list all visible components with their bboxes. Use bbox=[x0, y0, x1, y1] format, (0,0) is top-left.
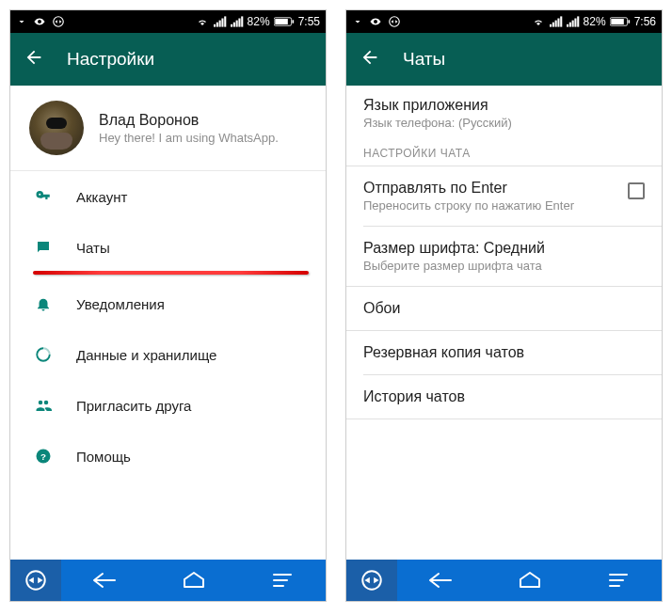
svg-rect-24 bbox=[557, 19, 559, 27]
svg-point-16 bbox=[44, 401, 49, 405]
row-title: Размер шрифта: Средний bbox=[363, 240, 645, 257]
svg-rect-3 bbox=[218, 21, 220, 27]
row-title: История чатов bbox=[363, 388, 645, 405]
signal-icon bbox=[214, 16, 227, 27]
menu-label: Чаты bbox=[76, 240, 110, 256]
battery-percent: 82% bbox=[584, 15, 606, 28]
avatar[interactable] bbox=[29, 101, 84, 155]
svg-rect-25 bbox=[560, 16, 562, 26]
row-title: Отправлять по Enter bbox=[363, 180, 618, 197]
chat-icon bbox=[33, 239, 54, 256]
svg-rect-10 bbox=[241, 16, 243, 26]
svg-rect-33 bbox=[628, 20, 630, 23]
nav-teamviewer-icon[interactable] bbox=[346, 560, 397, 601]
svg-rect-13 bbox=[292, 20, 294, 23]
key-icon bbox=[33, 188, 54, 205]
svg-rect-27 bbox=[568, 23, 570, 27]
nav-back-icon[interactable] bbox=[397, 571, 486, 590]
svg-point-14 bbox=[39, 194, 40, 196]
svg-rect-9 bbox=[238, 19, 240, 27]
svg-rect-30 bbox=[577, 16, 579, 26]
svg-point-20 bbox=[390, 17, 400, 27]
svg-rect-21 bbox=[550, 24, 552, 27]
row-backup[interactable]: Резервная копия чатов bbox=[346, 331, 662, 374]
eye-icon bbox=[369, 16, 382, 27]
svg-text:?: ? bbox=[40, 451, 46, 462]
menu-item-account[interactable]: Аккаунт bbox=[10, 171, 326, 222]
svg-rect-28 bbox=[571, 21, 573, 27]
menu-item-invite[interactable]: Пригласить друга bbox=[10, 380, 326, 431]
profile-status: Hey there! I am using WhatsApp. bbox=[99, 131, 279, 145]
menu-item-chats[interactable]: Чаты bbox=[10, 222, 326, 273]
eye-icon bbox=[33, 16, 46, 27]
row-language[interactable]: Язык приложения Язык телефона: (Русский) bbox=[346, 86, 662, 130]
chevron-down-icon bbox=[352, 16, 363, 27]
svg-point-0 bbox=[54, 17, 64, 27]
teamviewer-icon bbox=[388, 15, 401, 28]
wifi-icon bbox=[195, 16, 210, 27]
clock-text: 7:56 bbox=[634, 15, 656, 28]
menu-item-data[interactable]: Данные и хранилище bbox=[10, 329, 326, 380]
svg-rect-22 bbox=[552, 23, 553, 27]
svg-rect-4 bbox=[221, 19, 223, 27]
svg-rect-6 bbox=[231, 24, 232, 27]
svg-rect-1 bbox=[214, 24, 216, 27]
svg-rect-26 bbox=[567, 24, 568, 27]
nav-teamviewer-icon[interactable] bbox=[10, 560, 61, 601]
bell-icon bbox=[33, 295, 54, 312]
row-history[interactable]: История чатов bbox=[346, 375, 662, 419]
profile-row[interactable]: Влад Воронов Hey there! I am using Whats… bbox=[10, 86, 326, 171]
row-wallpaper[interactable]: Обои bbox=[346, 287, 662, 330]
status-bar: 82% 7:55 bbox=[10, 10, 326, 33]
checkbox-enter-send[interactable] bbox=[628, 182, 645, 199]
menu-label: Данные и хранилище bbox=[76, 347, 216, 363]
nav-home-icon[interactable] bbox=[486, 571, 574, 590]
page-title: Настройки bbox=[67, 49, 154, 70]
data-usage-icon bbox=[33, 346, 54, 363]
row-font-size[interactable]: Размер шрифта: Средний Выберите размер ш… bbox=[346, 227, 662, 286]
nav-bar bbox=[10, 560, 326, 601]
app-bar: Настройки bbox=[10, 33, 326, 86]
row-title: Резервная копия чатов bbox=[363, 344, 645, 361]
nav-recent-icon[interactable] bbox=[573, 572, 662, 589]
section-header-chat: НАСТРОЙКИ ЧАТА bbox=[346, 130, 662, 166]
svg-point-15 bbox=[39, 401, 43, 405]
profile-name: Влад Воронов bbox=[99, 112, 279, 129]
svg-rect-29 bbox=[574, 19, 576, 27]
nav-recent-icon[interactable] bbox=[237, 572, 326, 589]
svg-rect-32 bbox=[611, 19, 624, 24]
svg-rect-7 bbox=[232, 23, 234, 27]
battery-icon bbox=[274, 16, 295, 27]
row-subtitle: Выберите размер шрифта чата bbox=[363, 259, 645, 273]
page-title: Чаты bbox=[403, 49, 445, 70]
nav-back-icon[interactable] bbox=[61, 571, 150, 590]
wifi-icon bbox=[531, 16, 546, 27]
row-subtitle: Язык телефона: (Русский) bbox=[363, 116, 645, 130]
menu-label: Помощь bbox=[76, 449, 131, 465]
back-icon[interactable] bbox=[24, 47, 44, 71]
svg-rect-8 bbox=[235, 21, 237, 27]
menu-label: Аккаунт bbox=[76, 189, 127, 205]
settings-menu: Аккаунт Чаты Уведомления Данные и хранил… bbox=[10, 171, 326, 560]
row-title: Обои bbox=[363, 300, 645, 317]
chats-settings-screen: 82% 7:56 Чаты Язык приложения Язык телеф… bbox=[345, 9, 663, 602]
nav-bar bbox=[346, 560, 662, 601]
battery-icon bbox=[610, 16, 631, 27]
menu-item-notifications[interactable]: Уведомления bbox=[10, 278, 326, 329]
signal-icon bbox=[550, 16, 563, 27]
menu-label: Уведомления bbox=[76, 296, 165, 312]
row-title: Язык приложения bbox=[363, 97, 645, 114]
row-subtitle: Переносить строку по нажатию Enter bbox=[363, 198, 618, 213]
svg-rect-12 bbox=[275, 19, 288, 24]
chevron-down-icon bbox=[16, 16, 27, 27]
menu-label: Пригласить друга bbox=[76, 398, 191, 414]
battery-percent: 82% bbox=[248, 15, 270, 28]
app-bar: Чаты bbox=[346, 33, 662, 86]
svg-rect-2 bbox=[216, 23, 217, 27]
back-icon[interactable] bbox=[360, 47, 380, 71]
row-enter-send[interactable]: Отправлять по Enter Переносить строку по… bbox=[346, 166, 662, 226]
signal-2-icon bbox=[567, 16, 580, 27]
nav-home-icon[interactable] bbox=[150, 571, 238, 590]
menu-item-help[interactable]: ? Помощь bbox=[10, 431, 326, 482]
svg-rect-23 bbox=[554, 21, 556, 27]
